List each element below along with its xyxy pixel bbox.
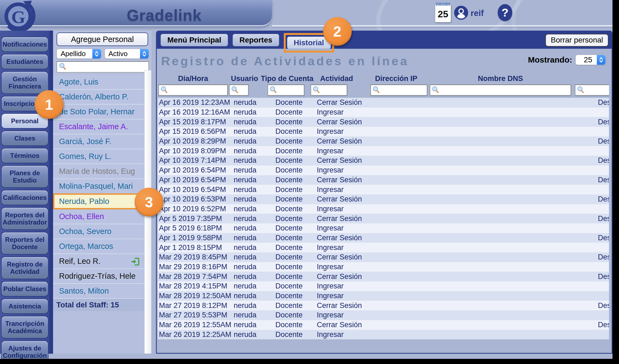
cell-usuario: neruda bbox=[228, 176, 261, 184]
table-row: Apr 15 2019 8:17PMnerudaDocenteCerrar Se… bbox=[158, 117, 609, 127]
staff-row-ochoa-severo[interactable]: Ochoa, Severo bbox=[53, 224, 144, 239]
filter-cell-5 bbox=[364, 84, 429, 96]
staff-row-garci-jos-f[interactable]: Garciá, José F. bbox=[53, 134, 144, 149]
column-header-d-a-hora[interactable]: Día/Hora bbox=[158, 74, 228, 83]
cell-tipo-de-cuenta: Docente bbox=[261, 272, 310, 281]
help-icon[interactable]: ? bbox=[498, 4, 512, 21]
table-row: Mar 27 2019 8:12PMnerudaDocenteCerrar Se… bbox=[158, 301, 609, 310]
column-filter-input-1[interactable] bbox=[158, 84, 228, 96]
column-filter-input-3[interactable] bbox=[268, 84, 304, 96]
cell-dia-hora: Apr 15 2019 6:56PM bbox=[158, 127, 228, 136]
staff-row-calder-n-alberto-p[interactable]: Calderón, Alberto P. bbox=[53, 90, 144, 105]
cell-tipo-de-cuenta: Docente bbox=[261, 224, 310, 232]
cell-actividad: Ingresar bbox=[310, 186, 364, 194]
tab-reportes[interactable]: Reportes bbox=[233, 34, 279, 46]
cell-actividad: Cerrar Sesión bbox=[310, 234, 364, 242]
staff-row-reif-leo-r[interactable]: Reif, Leo R. bbox=[53, 254, 144, 269]
user-avatar-icon[interactable] bbox=[454, 5, 468, 20]
cell-tipo-de-cuenta: Docente bbox=[261, 137, 310, 145]
sidebar-item-asistencia[interactable]: Asistencia bbox=[1, 298, 48, 314]
cell-dia-hora: Mar 28 2019 7:54PM bbox=[158, 272, 228, 281]
search-icon bbox=[312, 86, 320, 95]
sidebar-item-registro-de-actividad[interactable]: Registro de Actividad bbox=[1, 256, 48, 279]
staff-row-mar-a-de-hostos-eug[interactable]: María de Hostos, Eug bbox=[53, 164, 144, 179]
sidebar-item-reportes-del-administrador[interactable]: Reportes del Administrador bbox=[1, 207, 48, 230]
filter-text-input-7[interactable] bbox=[585, 86, 609, 95]
sidebar-item-gesti-n-financiera[interactable]: Gestión Financiera bbox=[1, 71, 48, 94]
cell-dia-hora: Mar 27 2019 5:53PM bbox=[158, 311, 228, 319]
cell-usuario: neruda bbox=[228, 137, 261, 145]
staff-name: Ochoa, Severo bbox=[59, 227, 111, 236]
sort-select[interactable]: Apellido bbox=[57, 49, 101, 59]
search-icon bbox=[58, 62, 67, 72]
staff-row-rodriguez-tr-as-hele[interactable]: Rodriguez-Trías, Hele bbox=[53, 269, 144, 284]
staff-search-box[interactable] bbox=[57, 61, 149, 73]
staff-row-escalante-jaime-a[interactable]: Escalante, Jaime A. bbox=[53, 119, 144, 134]
calendar-icon[interactable]: 25 bbox=[435, 4, 451, 22]
staff-row-agote-luis[interactable]: Agote, Luis bbox=[53, 75, 144, 90]
tab-historial[interactable]: Historial bbox=[287, 37, 331, 49]
username-label: reif bbox=[471, 8, 484, 18]
staff-row-molina-pasquel-mari[interactable]: Molina-Pasquel, Mari bbox=[53, 179, 144, 194]
cell-actividad: Cerrar Sesión bbox=[310, 253, 364, 261]
cell-dia-hora: Apr 5 2019 6:18PM bbox=[158, 224, 228, 232]
status-select[interactable]: Activo bbox=[105, 49, 149, 59]
filter-cell-1 bbox=[158, 84, 228, 96]
sidebar-item-planes-de-estudio[interactable]: Planes de Estudio bbox=[1, 165, 48, 188]
cell-actividad: Ingresar bbox=[310, 292, 364, 300]
column-filter-input-5[interactable] bbox=[370, 84, 427, 96]
column-header-usuario[interactable]: Usuario bbox=[228, 74, 261, 83]
staff-search-input[interactable] bbox=[67, 62, 151, 72]
staff-name: Gomes, Ruy L. bbox=[59, 152, 111, 161]
staff-name: Rodriguez-Trías, Hele bbox=[59, 272, 136, 281]
cell-dia-hora: Mar 26 2019 12:55AM bbox=[158, 321, 228, 329]
add-staff-button[interactable]: Agregue Personal bbox=[57, 32, 148, 46]
column-filter-input-4[interactable] bbox=[311, 84, 347, 96]
staff-row-de-soto-polar-hernar[interactable]: de Soto Polar, Hernar bbox=[53, 105, 144, 119]
sidebar-item-trancripci-n-acad-mica[interactable]: Trancripción Académica bbox=[1, 316, 48, 339]
cell-descripcion-clipped: Des bbox=[572, 214, 609, 223]
gradelink-app: G Gradelink 25 reif ? NotificacionesEstu… bbox=[0, 0, 613, 359]
column-header-tipo-de-cuenta[interactable]: Tipo de Cuenta bbox=[261, 74, 310, 83]
filter-cell-6 bbox=[429, 84, 572, 96]
svg-text:G: G bbox=[11, 7, 25, 27]
cell-tipo-de-cuenta: Docente bbox=[261, 243, 310, 252]
sidebar-item-reportes-del-docente[interactable]: Reportes del Docente bbox=[1, 232, 48, 255]
staff-row-ortega-marcos[interactable]: Ortega, Marcos bbox=[53, 239, 144, 254]
column-header-direcci-n-ip[interactable]: Dirección IP bbox=[364, 74, 429, 83]
sidebar-item-notificaciones[interactable]: Notificaciones bbox=[1, 37, 48, 52]
cell-actividad: Ingresar bbox=[310, 224, 364, 232]
sidebar-item-ajustes-de-configuraci-n[interactable]: Ajustes de Configuración bbox=[1, 340, 48, 359]
cell-usuario: neruda bbox=[228, 272, 261, 281]
delete-staff-button[interactable]: Borrar personal bbox=[545, 34, 608, 47]
cell-tipo-de-cuenta: Docente bbox=[261, 214, 310, 223]
staff-row-santos-milton[interactable]: Santos, Milton bbox=[53, 284, 144, 299]
cell-tipo-de-cuenta: Docente bbox=[261, 98, 310, 107]
cell-tipo-de-cuenta: Docente bbox=[261, 147, 310, 155]
cell-dia-hora: Mar 26 2019 12:25AM bbox=[158, 330, 228, 339]
sidebar-item-t-rminos[interactable]: Términos bbox=[1, 148, 48, 163]
staff-row-ochoa-ellen[interactable]: Ochoa, Ellen bbox=[53, 209, 144, 224]
cell-usuario: neruda bbox=[228, 253, 261, 261]
sidebar-item-estudiantes[interactable]: Estudiantes bbox=[1, 54, 48, 69]
staff-row-gomes-ruy-l[interactable]: Gomes, Ruy L. bbox=[53, 149, 144, 164]
cell-descripcion-clipped: Des bbox=[572, 195, 609, 203]
top-bar: G Gradelink 25 reif ? bbox=[0, 0, 613, 31]
tab-men-principal[interactable]: Menú Principal bbox=[161, 34, 228, 46]
cell-usuario: neruda bbox=[228, 292, 261, 300]
filter-text-input-6[interactable] bbox=[439, 86, 571, 95]
table-row: Apr 10 2019 6:52PMnerudaDocenteIngresar bbox=[158, 204, 609, 214]
column-filter-input-2[interactable] bbox=[229, 84, 249, 96]
sidebar-item-clases[interactable]: Clases bbox=[1, 131, 48, 146]
sidebar-item-calificaciones[interactable]: Calificaciones bbox=[1, 190, 48, 205]
cell-dia-hora: Apr 10 2019 7:14PM bbox=[158, 156, 228, 165]
column-header-nombre-dns[interactable]: Nombre DNS bbox=[429, 74, 572, 83]
staff-name: Santos, Milton bbox=[59, 287, 109, 295]
staff-row-neruda-pablo[interactable]: Neruda, Pablo3 bbox=[53, 193, 148, 209]
column-filter-input-7[interactable] bbox=[575, 84, 609, 96]
sidebar-item-poblar-clases[interactable]: Poblar Clases bbox=[1, 281, 48, 297]
column-header-actividad[interactable]: Actividad bbox=[310, 74, 364, 83]
column-filter-input-6[interactable] bbox=[430, 84, 571, 96]
showing-select[interactable]: 25 bbox=[575, 55, 606, 65]
cell-usuario: neruda bbox=[228, 311, 261, 319]
